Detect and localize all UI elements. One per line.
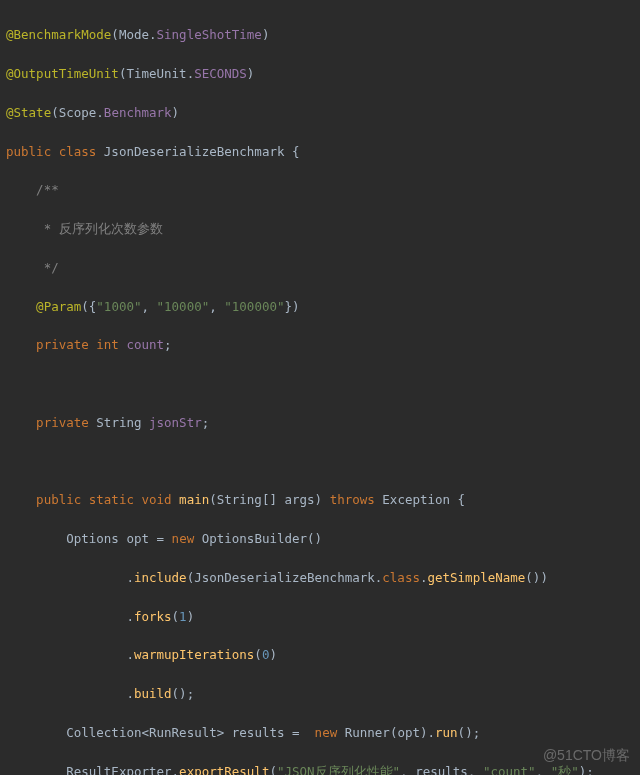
code-line: @Param({"1000", "10000", "100000"}) [6,297,640,316]
code-line: private int count; [6,335,640,354]
code-line: @BenchmarkMode(Mode.SingleShotTime) [6,25,640,44]
code-line: Options opt = new OptionsBuilder() [6,529,640,548]
code-line: @OutputTimeUnit(TimeUnit.SECONDS) [6,64,640,83]
code-line: @State(Scope.Benchmark) [6,103,640,122]
code-line: Collection<RunResult> results = new Runn… [6,723,640,742]
code-line: .forks(1) [6,607,640,626]
code-line: */ [6,258,640,277]
code-line: public class JsonDeserializeBenchmark { [6,142,640,161]
code-line: public static void main(String[] args) t… [6,490,640,509]
code-line: .warmupIterations(0) [6,645,640,664]
code-line [6,452,640,471]
code-line: .build(); [6,684,640,703]
code-line: /** [6,180,640,199]
code-line [6,374,640,393]
code-line: private String jsonStr; [6,413,640,432]
code-line: * 反序列化次数参数 [6,219,640,238]
code-editor[interactable]: @BenchmarkMode(Mode.SingleShotTime) @Out… [6,6,640,775]
watermark: @51CTO博客 [543,745,630,767]
code-line: .include(JsonDeserializeBenchmark.class.… [6,568,640,587]
